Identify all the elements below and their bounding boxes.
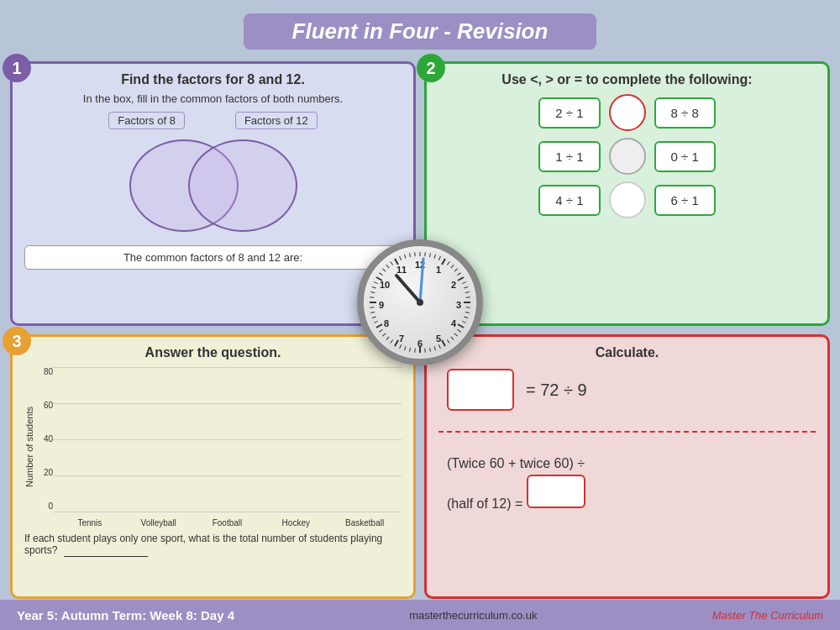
y-label-80: 80 xyxy=(34,367,53,376)
svg-text:4: 4 xyxy=(451,318,457,328)
title-bar: Fluent in Four - Revision xyxy=(244,13,596,50)
venn-label-right: Factors of 12 xyxy=(235,112,318,129)
panel-q2: 2 Use <, > or = to complete the followin… xyxy=(424,61,830,326)
clock-ticks: // We'll draw ticks in the inline SVG vi… xyxy=(364,246,476,359)
calc-eq1: = 72 ÷ 9 xyxy=(526,381,587,400)
venn-circle-right xyxy=(188,139,297,232)
comp-right-1: 8 ÷ 8 xyxy=(654,97,716,129)
svg-line-51 xyxy=(379,273,382,276)
q3-number: 3 xyxy=(3,327,31,355)
svg-line-41 xyxy=(374,321,378,323)
calc-box-2[interactable] xyxy=(527,475,585,508)
svg-line-37 xyxy=(386,337,389,340)
q2-number: 2 xyxy=(417,54,445,82)
svg-text:5: 5 xyxy=(436,333,441,344)
svg-text:2: 2 xyxy=(451,280,456,290)
y-label-20: 20 xyxy=(34,468,53,477)
footer-left: Year 5: Autumn Term: Week 8: Day 4 xyxy=(17,608,234,622)
panel-q3: 3 Answer the question. Number of student… xyxy=(10,334,416,599)
comp-right-3: 6 ÷ 1 xyxy=(654,185,716,216)
svg-line-39 xyxy=(379,329,382,332)
svg-text:10: 10 xyxy=(380,280,390,290)
comp-circle-1[interactable] xyxy=(609,94,646,131)
svg-line-16 xyxy=(466,307,470,308)
calc-row-1: = 72 ÷ 9 xyxy=(438,369,816,411)
svg-line-31 xyxy=(415,349,416,353)
x-label-basketball: Basketball xyxy=(333,518,396,528)
bars-container xyxy=(53,367,402,511)
svg-line-54 xyxy=(391,261,393,265)
x-label-volleyball: Volleyball xyxy=(127,518,191,528)
svg-line-25 xyxy=(442,340,445,346)
svg-text:6: 6 xyxy=(417,339,423,349)
svg-text:7: 7 xyxy=(399,333,404,344)
calc-section: = 72 ÷ 9 (Twice 60 + twice 60) ÷ (half o… xyxy=(438,365,816,517)
svg-text:8: 8 xyxy=(384,318,389,328)
q3-question: If each student plays only one sport, wh… xyxy=(24,533,402,557)
svg-text:11: 11 xyxy=(396,265,407,275)
x-label-tennis: Tennis xyxy=(58,518,122,528)
svg-line-9 xyxy=(457,273,460,276)
calc-row-2: (Twice 60 + twice 60) ÷ (half of 12) = xyxy=(438,453,816,514)
svg-line-46 xyxy=(370,297,374,298)
svg-line-10 xyxy=(458,277,464,281)
svg-line-4 xyxy=(438,256,440,260)
comparison-row-1: 2 ÷ 1 8 ÷ 8 xyxy=(438,94,816,131)
page-title: Fluent in Four - Revision xyxy=(260,18,580,45)
svg-line-18 xyxy=(464,317,468,318)
svg-line-72 xyxy=(396,276,420,302)
comp-left-3: 4 ÷ 1 xyxy=(538,185,600,216)
svg-line-44 xyxy=(370,307,374,308)
q4-title: Calculate. xyxy=(438,345,816,360)
comp-right-2: 0 ÷ 1 xyxy=(654,141,716,172)
panel-q1: 1 Find the factors for 8 and 12. In the … xyxy=(10,61,416,326)
q3-title: Answer the question. xyxy=(24,345,402,360)
svg-line-27 xyxy=(434,346,436,350)
dashed-divider xyxy=(438,431,816,433)
svg-line-56 xyxy=(400,256,402,260)
calc-eq2: (Twice 60 + twice 60) ÷ (half of 12) = xyxy=(447,453,807,514)
q1-instruction: In the box, fill in the common factors o… xyxy=(83,92,343,105)
svg-line-2 xyxy=(429,253,430,257)
comp-circle-2[interactable] xyxy=(609,138,646,175)
svg-line-11 xyxy=(462,282,466,284)
svg-line-7 xyxy=(451,265,454,268)
q2-title: Use <, > or = to complete the following: xyxy=(438,72,816,87)
venn-diagram xyxy=(113,131,314,240)
footer-center: masterthecurriculum.co.uk xyxy=(409,609,537,622)
y-label-0: 0 xyxy=(34,501,53,511)
svg-line-58 xyxy=(410,253,411,257)
x-labels: Tennis Volleyball Football Hockey Basket… xyxy=(53,518,402,528)
svg-line-14 xyxy=(466,297,470,298)
svg-line-19 xyxy=(462,321,466,323)
svg-line-23 xyxy=(451,337,454,340)
svg-line-17 xyxy=(465,312,470,312)
svg-line-42 xyxy=(372,317,376,318)
clock-face: // We'll draw ticks in the inline SVG vi… xyxy=(357,239,483,365)
venn-container: In the box, fill in the common factors o… xyxy=(24,92,402,270)
x-label-football: Football xyxy=(196,518,260,528)
answer-line-q3[interactable] xyxy=(64,544,148,557)
svg-text:1: 1 xyxy=(436,265,441,275)
q1-number: 1 xyxy=(3,54,31,82)
y-label-60: 60 xyxy=(34,401,53,410)
common-factors-box: The common factors of 8 and 12 are: xyxy=(24,245,402,270)
comp-circle-3[interactable] xyxy=(609,181,646,218)
svg-line-35 xyxy=(395,340,398,346)
common-factors-label: The common factors of 8 and 12 are: xyxy=(123,251,302,264)
calc-box-1[interactable] xyxy=(447,369,514,411)
footer-right: Master The Curriculum xyxy=(712,609,823,622)
svg-line-6 xyxy=(447,261,449,265)
footer: Year 5: Autumn Term: Week 8: Day 4 maste… xyxy=(0,600,840,630)
svg-line-22 xyxy=(454,333,458,336)
svg-line-49 xyxy=(374,282,378,284)
comp-left-1: 2 ÷ 1 xyxy=(538,97,600,129)
svg-line-52 xyxy=(382,269,386,271)
svg-line-13 xyxy=(465,292,470,293)
svg-line-26 xyxy=(438,344,440,349)
svg-line-28 xyxy=(429,348,430,352)
q1-title: Find the factors for 8 and 12. xyxy=(24,72,402,87)
svg-line-1 xyxy=(425,252,426,256)
svg-line-53 xyxy=(386,265,389,268)
svg-line-21 xyxy=(457,329,460,332)
